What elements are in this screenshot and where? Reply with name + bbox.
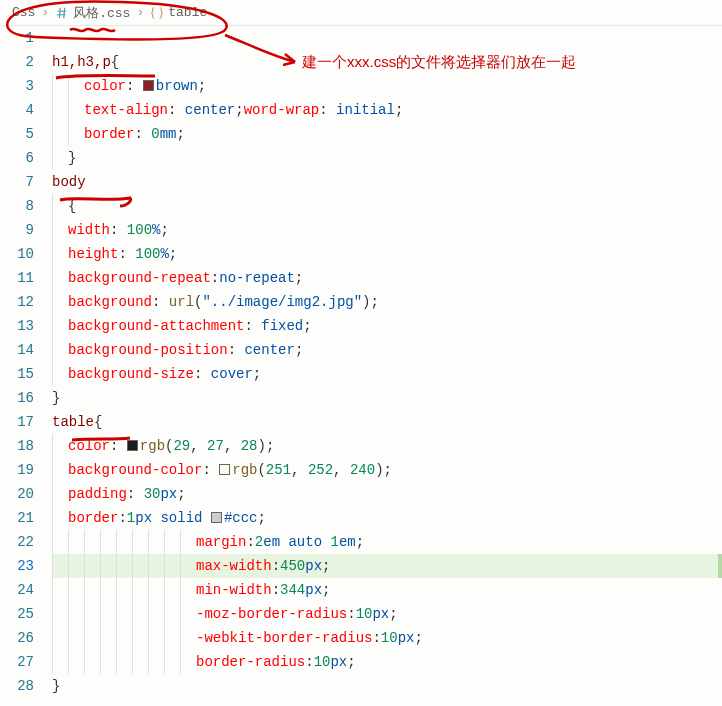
code-line[interactable]: color: rgb(29, 27, 28); <box>52 434 722 458</box>
breadcrumb-item-file[interactable]: 风格.css <box>51 4 134 22</box>
code-line[interactable]: width: 100%; <box>52 218 722 242</box>
token-val: initial <box>336 102 395 118</box>
token-punc: ; <box>414 630 422 646</box>
code-line[interactable]: background-color: rgb(251, 252, 240); <box>52 458 722 482</box>
code-line[interactable]: background-repeat:no-repeat; <box>52 266 722 290</box>
code-line[interactable]: -webkit-border-radius:10px; <box>52 626 722 650</box>
token-num: 1 <box>330 534 338 550</box>
code-line[interactable]: border-radius:10px; <box>52 650 722 674</box>
line-number: 9 <box>0 218 34 242</box>
token-func: rgb <box>232 462 257 478</box>
line-number: 21 <box>0 506 34 530</box>
code-line[interactable]: background-size: cover; <box>52 362 722 386</box>
line-number: 6 <box>0 146 34 170</box>
code-line[interactable]: { <box>52 194 722 218</box>
code-line[interactable]: } <box>52 386 722 410</box>
token-punc: : <box>194 366 211 382</box>
chevron-right-icon: › <box>134 5 146 20</box>
code-line[interactable]: padding: 30px; <box>52 482 722 506</box>
token-num: 10 <box>314 654 331 670</box>
token-val: mm <box>160 126 177 142</box>
code-line[interactable]: color: brown; <box>52 74 722 98</box>
color-swatch-icon <box>143 80 154 91</box>
token-num: 100 <box>127 222 152 238</box>
line-number: 12 <box>0 290 34 314</box>
token-punc: { <box>68 198 76 214</box>
token-punc: ); <box>258 438 275 454</box>
token-val: px <box>372 606 389 622</box>
code-line[interactable]: background-position: center; <box>52 338 722 362</box>
code-line[interactable]: table{ <box>52 410 722 434</box>
token-num: 29 <box>173 438 190 454</box>
token-prop: -webkit-border-radius <box>196 630 372 646</box>
line-number: 22 <box>0 530 34 554</box>
code-area[interactable]: h1,h3,p{color: brown;text-align: center;… <box>52 26 722 698</box>
line-number: 7 <box>0 170 34 194</box>
token-punc: ; <box>395 102 403 118</box>
code-line[interactable]: background: url("../image/img2.jpg"); <box>52 290 722 314</box>
code-line[interactable]: border:1px solid #ccc; <box>52 506 722 530</box>
token-prop: background-color <box>68 462 202 478</box>
token-prop: width <box>68 222 110 238</box>
hash-icon <box>55 6 69 20</box>
token-num: 252 <box>308 462 333 478</box>
line-number: 8 <box>0 194 34 218</box>
token-punc: , <box>190 438 207 454</box>
token-punc: : <box>110 222 127 238</box>
token-sel: h1,h3,p <box>52 54 111 70</box>
token-num: 2 <box>255 534 263 550</box>
code-line[interactable]: body <box>52 170 722 194</box>
token-num: 30 <box>144 486 161 502</box>
code-line[interactable]: max-width:450px; <box>52 554 722 578</box>
token-num: 10 <box>356 606 373 622</box>
code-line[interactable]: border: 0mm; <box>52 122 722 146</box>
breadcrumb-item-css[interactable]: Css <box>8 5 39 20</box>
token-val: auto <box>288 534 330 550</box>
token-num: 251 <box>266 462 291 478</box>
token-val: em <box>263 534 288 550</box>
token-val: px <box>330 654 347 670</box>
code-editor[interactable]: 1234567891011121314151617181920212223242… <box>0 26 722 698</box>
token-num: 450 <box>280 558 305 574</box>
line-number: 1 <box>0 26 34 50</box>
code-line[interactable]: } <box>52 674 722 698</box>
line-number: 26 <box>0 626 34 650</box>
line-number: 4 <box>0 98 34 122</box>
code-line[interactable] <box>52 26 722 50</box>
code-line[interactable]: -moz-border-radius:10px; <box>52 602 722 626</box>
color-swatch-icon <box>219 464 230 475</box>
breadcrumb: Css › 风格.css › table <box>0 0 722 26</box>
line-number: 14 <box>0 338 34 362</box>
breadcrumb-label: 风格.css <box>73 4 130 22</box>
line-number: 25 <box>0 602 34 626</box>
code-line[interactable]: min-width:344px; <box>52 578 722 602</box>
token-val: brown <box>156 78 198 94</box>
token-sel: table <box>52 414 94 430</box>
code-line[interactable]: } <box>52 146 722 170</box>
token-val: em <box>339 534 356 550</box>
token-punc: , <box>333 462 350 478</box>
token-punc: ); <box>362 294 379 310</box>
token-val: px <box>305 558 322 574</box>
token-punc: ; <box>253 366 261 382</box>
code-line[interactable]: h1,h3,p{ <box>52 50 722 74</box>
token-punc: ; <box>303 318 311 334</box>
code-line[interactable]: background-attachment: fixed; <box>52 314 722 338</box>
token-val: fixed <box>261 318 303 334</box>
token-val: solid <box>160 510 210 526</box>
token-punc: ; <box>356 534 364 550</box>
token-prop: word-wrap <box>244 102 320 118</box>
line-number: 27 <box>0 650 34 674</box>
line-number: 24 <box>0 578 34 602</box>
token-num: 240 <box>350 462 375 478</box>
token-punc: : <box>272 582 280 598</box>
token-punc: : <box>272 558 280 574</box>
token-punc: , <box>224 438 241 454</box>
token-punc: } <box>52 390 60 406</box>
code-line[interactable]: text-align: center;word-wrap: initial; <box>52 98 722 122</box>
code-line[interactable]: margin:2em auto 1em; <box>52 530 722 554</box>
token-num: 1 <box>127 510 135 526</box>
token-punc: : <box>152 294 169 310</box>
code-line[interactable]: height: 100%; <box>52 242 722 266</box>
breadcrumb-item-symbol[interactable]: table <box>146 5 211 20</box>
